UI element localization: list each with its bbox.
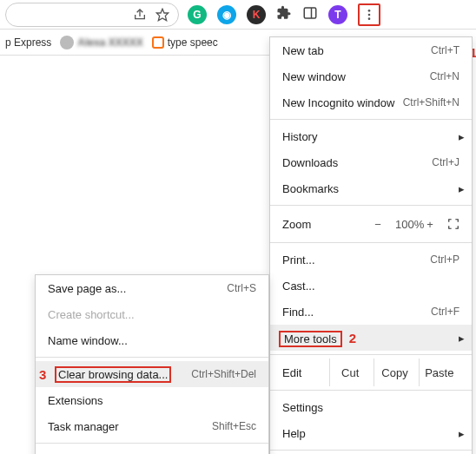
menu-settings[interactable]: Settings: [270, 394, 472, 420]
zoom-in-button[interactable]: +: [421, 218, 439, 231]
chat-icon: [152, 36, 164, 49]
bookmark-item[interactable]: Alexa XXXXX: [60, 36, 142, 49]
submenu-task-manager[interactable]: Task managerShift+Esc: [36, 413, 268, 439]
menu-new-incognito[interactable]: New Incognito windowCtrl+Shift+N: [270, 89, 472, 115]
svg-point-4: [368, 13, 371, 16]
svg-point-3: [368, 10, 371, 12]
chevron-right-icon: ▸: [459, 182, 465, 195]
submenu-clear-browsing-data[interactable]: 3 Clear browsing data... Ctrl+Shift+Del: [36, 361, 268, 387]
more-tools-highlight: More tools: [279, 331, 342, 347]
avatar-icon: [60, 36, 74, 49]
menu-separator: [36, 357, 268, 358]
menu-separator: [270, 205, 472, 206]
menu-downloads[interactable]: DownloadsCtrl+J: [270, 149, 472, 175]
fullscreen-icon[interactable]: [447, 218, 459, 230]
clear-data-highlight: Clear browsing data...: [55, 366, 171, 383]
extension-icons: G ◉ K T: [188, 3, 380, 26]
zoom-label: Zoom: [282, 218, 311, 231]
menu-more-tools[interactable]: More tools2 ▸: [270, 325, 472, 351]
menu-edit-row: Edit Cut Copy Paste: [270, 359, 472, 386]
menu-separator: [270, 354, 472, 355]
profile-avatar[interactable]: T: [328, 5, 347, 24]
edit-label: Edit: [282, 366, 326, 379]
annotation-3: 3: [39, 367, 46, 382]
sidepanel-icon[interactable]: [302, 5, 318, 24]
menu-separator: [270, 242, 472, 243]
menu-bookmarks[interactable]: Bookmarks▸: [270, 175, 472, 201]
main-menu: New tabCtrl+T New windowCtrl+N New Incog…: [269, 36, 473, 454]
menu-history[interactable]: History▸: [270, 123, 472, 149]
submenu-extensions[interactable]: Extensions: [36, 387, 268, 413]
menu-new-tab[interactable]: New tabCtrl+T: [270, 37, 472, 63]
submenu-save-page[interactable]: Save page as...Ctrl+S: [36, 275, 268, 301]
menu-separator: [36, 443, 268, 444]
bookmark-item[interactable]: type speec: [152, 36, 218, 49]
menu-cast[interactable]: Cast...: [270, 273, 472, 299]
edit-paste[interactable]: Paste: [419, 359, 459, 386]
menu-separator: [270, 450, 472, 451]
extensions-puzzle-icon[interactable]: [276, 5, 292, 24]
star-icon[interactable]: [155, 8, 169, 22]
svg-point-5: [368, 17, 371, 20]
kebab-menu-button[interactable]: [358, 3, 380, 26]
chevron-right-icon: ▸: [459, 130, 465, 143]
toolbar: G ◉ K T: [0, 0, 476, 30]
edit-copy[interactable]: Copy: [374, 359, 414, 386]
edit-cut[interactable]: Cut: [329, 359, 370, 386]
extension-grammarly-icon[interactable]: G: [188, 5, 207, 24]
menu-separator: [270, 119, 472, 120]
menu-new-window[interactable]: New windowCtrl+N: [270, 63, 472, 89]
chevron-right-icon: ▸: [459, 427, 465, 440]
svg-marker-0: [156, 9, 168, 20]
annotation-2: 2: [349, 331, 356, 345]
extension-k-icon[interactable]: K: [247, 5, 266, 24]
more-tools-submenu: Save page as...Ctrl+S Create shortcut...…: [35, 274, 269, 454]
svg-rect-1: [304, 8, 316, 18]
extension-swirl-icon[interactable]: ◉: [217, 5, 236, 24]
menu-print[interactable]: Print...Ctrl+P: [270, 247, 472, 273]
share-icon[interactable]: [133, 8, 147, 22]
menu-separator: [270, 390, 472, 391]
omnibox[interactable]: [5, 3, 179, 27]
zoom-out-button[interactable]: −: [369, 218, 387, 231]
zoom-value: 100%: [395, 218, 413, 231]
submenu-name-window[interactable]: Name window...: [36, 327, 268, 353]
submenu-developer-tools[interactable]: Developer toolsCtrl+Shift+I: [36, 447, 268, 454]
chevron-right-icon: ▸: [459, 332, 465, 345]
menu-find[interactable]: Find...Ctrl+F: [270, 299, 472, 325]
menu-help[interactable]: Help▸: [270, 420, 472, 446]
menu-zoom-row: Zoom − 100% +: [270, 209, 472, 239]
submenu-create-shortcut[interactable]: Create shortcut...: [36, 301, 268, 327]
bookmark-item[interactable]: p Express: [5, 36, 51, 49]
